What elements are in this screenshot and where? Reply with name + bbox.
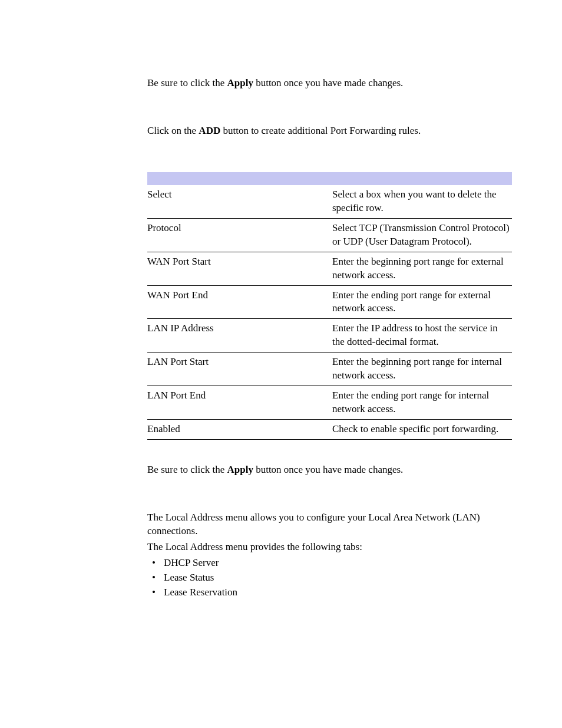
table-cell-desc: Enter the ending port range for external…	[332, 285, 512, 319]
text: Be sure to click the	[147, 77, 227, 88]
table-cell-label: Enabled	[147, 420, 332, 440]
table-row: LAN IP Address Enter the IP address to h…	[147, 319, 512, 353]
text: button once you have made changes.	[253, 77, 403, 88]
table-row: LAN Port End Enter the ending port range…	[147, 386, 512, 420]
port-forwarding-table: Select Select a box when you want to del…	[147, 172, 512, 440]
text: Click on the	[147, 125, 199, 136]
table-header-bar	[147, 172, 512, 185]
paragraph-apply-2: Be sure to click the Apply button once y…	[147, 463, 512, 477]
table-row: Enabled Check to enable specific port fo…	[147, 420, 512, 440]
table-cell-desc: Check to enable specific port forwarding…	[332, 420, 512, 440]
table-cell-desc: Enter the beginning port range for inter…	[332, 353, 512, 386]
paragraph-add: Click on the ADD button to create additi…	[147, 124, 512, 138]
text: Be sure to click the	[147, 464, 227, 475]
table-cell-label: Protocol	[147, 218, 332, 252]
table-cell-label: Select	[147, 185, 332, 218]
table-cell-label: LAN Port End	[147, 386, 332, 420]
table-cell-desc: Select a box when you want to delete the…	[332, 185, 512, 218]
document-page: Be sure to click the Apply button once y…	[0, 0, 562, 636]
paragraph-apply-1: Be sure to click the Apply button once y…	[147, 77, 512, 90]
tabs-list: DHCP Server Lease Status Lease Reservati…	[147, 556, 512, 599]
paragraph-tabs-intro: The Local Address menu provides the foll…	[147, 541, 512, 554]
table-row: Select Select a box when you want to del…	[147, 185, 512, 218]
table-cell-desc: Select TCP (Transmission Control Protoco…	[332, 218, 512, 252]
table-cell-desc: Enter the IP address to host the service…	[332, 319, 512, 353]
text-bold: Apply	[227, 464, 253, 475]
table-cell-desc: Enter the beginning port range for exter…	[332, 252, 512, 285]
table-row: WAN Port Start Enter the beginning port …	[147, 252, 512, 285]
table-row: WAN Port End Enter the ending port range…	[147, 285, 512, 319]
list-item: DHCP Server	[147, 556, 512, 570]
table-cell-label: WAN Port End	[147, 285, 332, 319]
text: button once you have made changes.	[253, 464, 403, 475]
table-cell-label: LAN Port Start	[147, 353, 332, 386]
table-cell-label: WAN Port Start	[147, 252, 332, 285]
table-row: LAN Port Start Enter the beginning port …	[147, 353, 512, 386]
text-bold: Apply	[227, 77, 253, 88]
text-bold: ADD	[199, 125, 220, 136]
table-row: Protocol Select TCP (Transmission Contro…	[147, 218, 512, 252]
paragraph-local-address: The Local Address menu allows you to con…	[147, 511, 512, 538]
text: button to create additional Port Forward…	[220, 125, 421, 136]
list-item: Lease Status	[147, 571, 512, 585]
table-cell-desc: Enter the ending port range for internal…	[332, 386, 512, 420]
table-cell-label: LAN IP Address	[147, 319, 332, 353]
list-item: Lease Reservation	[147, 586, 512, 599]
